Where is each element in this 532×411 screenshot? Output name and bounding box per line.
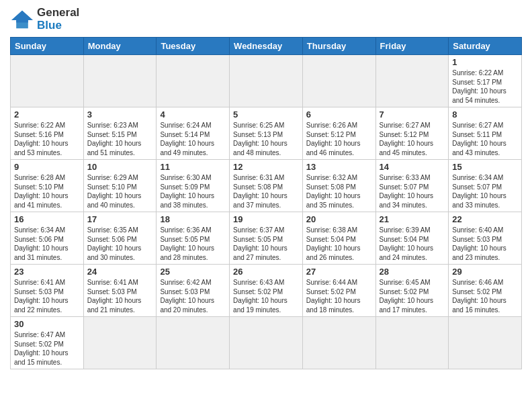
- day-number: 27: [306, 267, 372, 277]
- calendar-week-1: 1Sunrise: 6:22 AM Sunset: 5:17 PM Daylig…: [11, 55, 522, 107]
- logo-text: General Blue: [37, 7, 79, 32]
- day-info: Sunrise: 6:31 AM Sunset: 5:08 PM Dayligh…: [233, 173, 299, 210]
- day-number: 15: [452, 162, 518, 172]
- calendar-week-4: 16Sunrise: 6:34 AM Sunset: 5:06 PM Dayli…: [11, 212, 522, 265]
- day-number: 11: [160, 162, 226, 172]
- calendar-cell: [157, 317, 230, 369]
- day-number: 25: [160, 267, 226, 277]
- day-number: 16: [14, 214, 80, 224]
- day-info: Sunrise: 6:40 AM Sunset: 5:03 PM Dayligh…: [452, 226, 518, 262]
- day-info: Sunrise: 6:46 AM Sunset: 5:02 PM Dayligh…: [452, 278, 518, 314]
- calendar-cell: 23Sunrise: 6:41 AM Sunset: 5:03 PM Dayli…: [11, 265, 84, 317]
- calendar-table: SundayMondayTuesdayWednesdayThursdayFrid…: [10, 37, 522, 369]
- calendar-cell: [302, 317, 375, 369]
- calendar-cell: 11Sunrise: 6:30 AM Sunset: 5:09 PM Dayli…: [157, 160, 230, 212]
- calendar-cell: 21Sunrise: 6:39 AM Sunset: 5:04 PM Dayli…: [375, 212, 449, 265]
- day-number: 29: [452, 267, 518, 277]
- day-info: Sunrise: 6:34 AM Sunset: 5:07 PM Dayligh…: [452, 173, 518, 210]
- day-info: Sunrise: 6:42 AM Sunset: 5:03 PM Dayligh…: [160, 278, 226, 314]
- calendar-cell: 5Sunrise: 6:25 AM Sunset: 5:13 PM Daylig…: [230, 107, 303, 160]
- day-number: 26: [233, 267, 299, 277]
- calendar-cell: 22Sunrise: 6:40 AM Sunset: 5:03 PM Dayli…: [449, 212, 522, 265]
- calendar-cell: 9Sunrise: 6:28 AM Sunset: 5:10 PM Daylig…: [11, 160, 84, 212]
- calendar-cell: [375, 317, 449, 369]
- day-info: Sunrise: 6:41 AM Sunset: 5:03 PM Dayligh…: [87, 278, 153, 314]
- weekday-saturday: Saturday: [449, 38, 522, 55]
- day-number: 12: [233, 162, 299, 172]
- day-number: 23: [14, 267, 80, 277]
- day-info: Sunrise: 6:44 AM Sunset: 5:02 PM Dayligh…: [306, 278, 372, 314]
- day-info: Sunrise: 6:27 AM Sunset: 5:11 PM Dayligh…: [452, 121, 518, 157]
- day-info: Sunrise: 6:26 AM Sunset: 5:12 PM Dayligh…: [306, 121, 372, 157]
- logo-icon: [10, 9, 34, 30]
- calendar-cell: 18Sunrise: 6:36 AM Sunset: 5:05 PM Dayli…: [157, 212, 230, 265]
- day-number: 1: [452, 57, 518, 67]
- day-info: Sunrise: 6:41 AM Sunset: 5:03 PM Dayligh…: [14, 278, 80, 314]
- day-info: Sunrise: 6:32 AM Sunset: 5:08 PM Dayligh…: [306, 173, 372, 210]
- day-number: 9: [14, 162, 80, 172]
- calendar-cell: 6Sunrise: 6:26 AM Sunset: 5:12 PM Daylig…: [302, 107, 375, 160]
- calendar-cell: [83, 317, 157, 369]
- day-number: 7: [380, 109, 445, 120]
- day-info: Sunrise: 6:34 AM Sunset: 5:06 PM Dayligh…: [14, 226, 80, 262]
- calendar-week-5: 23Sunrise: 6:41 AM Sunset: 5:03 PM Dayli…: [11, 265, 522, 317]
- calendar-cell: 2Sunrise: 6:22 AM Sunset: 5:16 PM Daylig…: [11, 107, 84, 160]
- calendar-cell: [449, 317, 522, 369]
- weekday-friday: Friday: [375, 38, 449, 55]
- calendar-cell: [302, 55, 375, 107]
- calendar-cell: 3Sunrise: 6:23 AM Sunset: 5:15 PM Daylig…: [83, 107, 157, 160]
- day-info: Sunrise: 6:33 AM Sunset: 5:07 PM Dayligh…: [380, 173, 445, 210]
- calendar-week-2: 2Sunrise: 6:22 AM Sunset: 5:16 PM Daylig…: [11, 107, 522, 160]
- day-info: Sunrise: 6:45 AM Sunset: 5:02 PM Dayligh…: [380, 278, 445, 314]
- calendar-cell: [157, 55, 230, 107]
- day-info: Sunrise: 6:25 AM Sunset: 5:13 PM Dayligh…: [233, 121, 299, 157]
- weekday-header-row: SundayMondayTuesdayWednesdayThursdayFrid…: [11, 38, 522, 55]
- logo: General Blue: [10, 7, 79, 32]
- weekday-monday: Monday: [83, 38, 157, 55]
- calendar-cell: 24Sunrise: 6:41 AM Sunset: 5:03 PM Dayli…: [83, 265, 157, 317]
- calendar-cell: 28Sunrise: 6:45 AM Sunset: 5:02 PM Dayli…: [375, 265, 449, 317]
- day-number: 30: [14, 319, 80, 329]
- calendar-cell: 12Sunrise: 6:31 AM Sunset: 5:08 PM Dayli…: [230, 160, 303, 212]
- weekday-tuesday: Tuesday: [157, 38, 230, 55]
- calendar-cell: 30Sunrise: 6:47 AM Sunset: 5:02 PM Dayli…: [11, 317, 84, 369]
- day-info: Sunrise: 6:27 AM Sunset: 5:12 PM Dayligh…: [380, 121, 445, 157]
- calendar-cell: 20Sunrise: 6:38 AM Sunset: 5:04 PM Dayli…: [302, 212, 375, 265]
- day-number: 10: [87, 162, 153, 172]
- calendar-cell: [11, 55, 84, 107]
- day-info: Sunrise: 6:35 AM Sunset: 5:06 PM Dayligh…: [87, 226, 153, 262]
- day-number: 21: [380, 214, 445, 224]
- day-number: 3: [87, 109, 153, 120]
- day-number: 18: [160, 214, 226, 224]
- calendar-cell: 8Sunrise: 6:27 AM Sunset: 5:11 PM Daylig…: [449, 107, 522, 160]
- day-info: Sunrise: 6:29 AM Sunset: 5:10 PM Dayligh…: [87, 173, 153, 210]
- calendar-cell: 4Sunrise: 6:24 AM Sunset: 5:14 PM Daylig…: [157, 107, 230, 160]
- day-info: Sunrise: 6:22 AM Sunset: 5:17 PM Dayligh…: [452, 68, 518, 105]
- calendar-week-3: 9Sunrise: 6:28 AM Sunset: 5:10 PM Daylig…: [11, 160, 522, 212]
- day-number: 24: [87, 267, 153, 277]
- weekday-wednesday: Wednesday: [230, 38, 303, 55]
- calendar-cell: 15Sunrise: 6:34 AM Sunset: 5:07 PM Dayli…: [449, 160, 522, 212]
- calendar-cell: 7Sunrise: 6:27 AM Sunset: 5:12 PM Daylig…: [375, 107, 449, 160]
- day-number: 17: [87, 214, 153, 224]
- day-number: 20: [306, 214, 372, 224]
- day-info: Sunrise: 6:37 AM Sunset: 5:05 PM Dayligh…: [233, 226, 299, 262]
- day-number: 13: [306, 162, 372, 172]
- day-info: Sunrise: 6:39 AM Sunset: 5:04 PM Dayligh…: [380, 226, 445, 262]
- calendar-cell: [83, 55, 157, 107]
- calendar-cell: [375, 55, 449, 107]
- calendar-cell: [230, 317, 303, 369]
- calendar-cell: 26Sunrise: 6:43 AM Sunset: 5:02 PM Dayli…: [230, 265, 303, 317]
- calendar-cell: 27Sunrise: 6:44 AM Sunset: 5:02 PM Dayli…: [302, 265, 375, 317]
- calendar-cell: 17Sunrise: 6:35 AM Sunset: 5:06 PM Dayli…: [83, 212, 157, 265]
- day-number: 4: [160, 109, 226, 120]
- calendar-cell: [230, 55, 303, 107]
- day-number: 19: [233, 214, 299, 224]
- calendar-cell: 25Sunrise: 6:42 AM Sunset: 5:03 PM Dayli…: [157, 265, 230, 317]
- svg-marker-1: [11, 10, 33, 22]
- day-number: 14: [380, 162, 445, 172]
- weekday-sunday: Sunday: [11, 38, 84, 55]
- day-info: Sunrise: 6:47 AM Sunset: 5:02 PM Dayligh…: [14, 330, 80, 367]
- calendar-cell: 29Sunrise: 6:46 AM Sunset: 5:02 PM Dayli…: [449, 265, 522, 317]
- day-number: 5: [233, 109, 299, 120]
